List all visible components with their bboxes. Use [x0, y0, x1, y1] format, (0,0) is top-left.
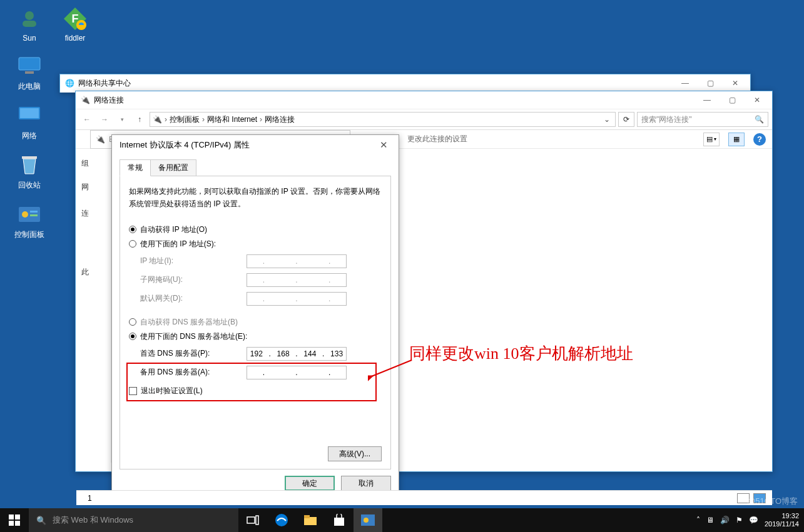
svg-rect-6 — [22, 156, 37, 159]
tray-network-icon[interactable]: 🖥 — [706, 516, 714, 524]
svg-rect-1 — [23, 21, 36, 27]
cancel-button[interactable]: 取消 — [341, 476, 391, 491]
svg-rect-10 — [30, 214, 38, 216]
dialog-title: Internet 协议版本 4 (TCP/IPv4) 属性 — [120, 139, 250, 151]
nav-back-button[interactable]: ← — [79, 112, 94, 127]
label-mask: 子网掩码(U): — [140, 274, 247, 285]
start-button[interactable] — [0, 508, 29, 532]
minimize-button[interactable]: — — [695, 91, 720, 109]
desktop-icon-label: 此电脑 — [8, 81, 51, 92]
svg-rect-25 — [334, 518, 344, 526]
desktop-icon-label: fiddler — [53, 34, 97, 43]
maximize-button[interactable]: ▢ — [720, 91, 745, 109]
help-icon[interactable]: ? — [753, 133, 766, 146]
label-gw: 默认网关(D): — [140, 293, 247, 304]
svg-rect-19 — [15, 521, 20, 526]
radio-icon — [129, 226, 136, 233]
address-dropdown[interactable]: ⌄ — [601, 115, 613, 124]
label-dns2: 备用 DNS 服务器(A): — [140, 367, 247, 378]
cmdbar-change-settings[interactable]: 更改此连接的设置 — [407, 134, 467, 144]
edge-browser-button[interactable] — [267, 508, 296, 532]
search-input[interactable]: 搜索"网络连接" 🔍 — [637, 112, 768, 127]
navigation-bar: ← → ▾ ↑ 🔌 › 控制面板 › 网络和 Internet › 网络连接 ⌄… — [76, 109, 772, 130]
radio-auto-ip[interactable]: 自动获得 IP 地址(O) — [129, 224, 382, 235]
radio-manual-dns[interactable]: 使用下面的 DNS 服务器地址(E): — [129, 331, 382, 342]
tray-volume-icon[interactable]: 🔊 — [720, 516, 730, 524]
radio-icon — [129, 318, 136, 326]
desktop-icon-sun[interactable]: Sun — [8, 6, 51, 43]
ip-address-input: ... — [247, 254, 347, 268]
nav-forward-button[interactable]: → — [97, 112, 112, 127]
breadcrumb-mid[interactable]: 网络和 Internet — [207, 114, 257, 125]
close-button[interactable]: ✕ — [745, 91, 770, 109]
label-ip: IP 地址(I): — [140, 256, 247, 266]
taskbar-clock[interactable]: 19:32 2019/11/14 — [765, 512, 799, 528]
svg-rect-24 — [304, 515, 310, 518]
adapter-icon: 🔌 — [96, 135, 105, 144]
desktop-icon-network[interactable]: 网络 — [8, 103, 51, 141]
radio-manual-ip[interactable]: 使用下面的 IP 地址(S): — [129, 239, 382, 249]
folder-icon: 🔌 — [153, 115, 162, 124]
tab-general[interactable]: 常规 — [120, 159, 151, 176]
task-view-button[interactable] — [238, 508, 267, 532]
refresh-button[interactable]: ⟳ — [618, 112, 634, 127]
nc-icon: 🔌 — [81, 96, 90, 104]
breadcrumb-leaf[interactable]: 网络连接 — [265, 114, 295, 125]
annotation-text: 同样更改win 10客户机解析地址 — [409, 343, 633, 364]
tab-alternate[interactable]: 备用配置 — [150, 159, 196, 176]
svg-rect-16 — [9, 514, 14, 519]
file-explorer-button[interactable] — [296, 508, 325, 532]
desktop-icon-label: 网络 — [8, 131, 51, 141]
breadcrumb-root[interactable]: 控制面板 — [170, 114, 200, 125]
search-icon: 🔍 — [36, 516, 46, 525]
desktop-icon-label: Sun — [8, 34, 51, 43]
control-panel-taskbar-button[interactable] — [354, 508, 382, 532]
label-dns1: 首选 DNS 服务器(P): — [140, 348, 247, 359]
window-title: 网络和共享中心 — [78, 78, 131, 89]
close-button[interactable]: ✕ — [371, 135, 396, 155]
minimize-button[interactable]: — — [673, 74, 698, 92]
maximize-button[interactable]: ▢ — [698, 74, 723, 92]
search-placeholder: 搜索"网络连接" — [641, 114, 751, 125]
search-placeholder: 搜索 Web 和 Windows — [53, 514, 133, 526]
watermark: @51CTO博客 — [747, 496, 798, 507]
view-button[interactable]: ▤▾ — [703, 133, 720, 146]
svg-rect-21 — [256, 516, 258, 524]
search-icon: 🔍 — [755, 115, 764, 124]
nsc-icon: 🌐 — [65, 79, 74, 88]
svg-rect-18 — [9, 521, 14, 526]
gateway-input: ... — [247, 292, 347, 306]
radio-icon — [129, 333, 136, 340]
desktop-icon-this-pc[interactable]: 此电脑 — [8, 54, 51, 92]
taskbar-search-input[interactable]: 🔍 搜索 Web 和 Windows — [29, 508, 238, 532]
preferred-dns-input[interactable]: 192. 168. 144. 133 — [247, 347, 347, 361]
svg-rect-3 — [25, 71, 34, 74]
svg-point-27 — [364, 518, 369, 523]
radio-icon — [129, 240, 136, 248]
address-bar[interactable]: 🔌 › 控制面板 › 网络和 Internet › 网络连接 ⌄ — [150, 112, 616, 127]
network-connections-statusbar: 1 — [76, 490, 772, 505]
window-title: 网络连接 — [94, 95, 124, 106]
svg-point-0 — [25, 11, 34, 20]
svg-rect-20 — [247, 517, 255, 523]
checkbox-icon — [129, 387, 137, 395]
desktop-icon-control-panel[interactable]: 控制面板 — [8, 202, 51, 240]
desktop-icon-fiddler[interactable]: F fiddler — [53, 6, 97, 43]
left-column-stub: 组 网 连 此 — [76, 150, 111, 463]
tray-flag-icon[interactable]: ⚑ — [736, 516, 743, 524]
ok-button[interactable]: 确定 — [285, 476, 335, 491]
advanced-button[interactable]: 高级(V)... — [328, 446, 382, 461]
tray-notifications-icon[interactable]: 💬 — [749, 516, 758, 524]
system-tray: ˄ 🖥 🔊 ⚑ 💬 19:32 2019/11/14 — [691, 508, 804, 532]
alternate-dns-input[interactable]: ... — [247, 366, 347, 379]
validate-on-exit-checkbox[interactable]: 退出时验证设置(L) — [129, 386, 382, 396]
close-button[interactable]: ✕ — [723, 74, 748, 92]
desktop-icon-recycle-bin[interactable]: 回收站 — [8, 153, 51, 191]
tray-chevron-icon[interactable]: ˄ — [696, 516, 700, 524]
svg-rect-2 — [19, 58, 40, 70]
radio-auto-dns[interactable]: 自动获得 DNS 服务器地址(B) — [129, 317, 382, 328]
store-button[interactable] — [325, 508, 354, 532]
nav-history-button[interactable]: ▾ — [114, 112, 130, 127]
nav-up-button[interactable]: ↑ — [132, 112, 147, 127]
preview-pane-button[interactable]: ▦ — [728, 133, 745, 146]
